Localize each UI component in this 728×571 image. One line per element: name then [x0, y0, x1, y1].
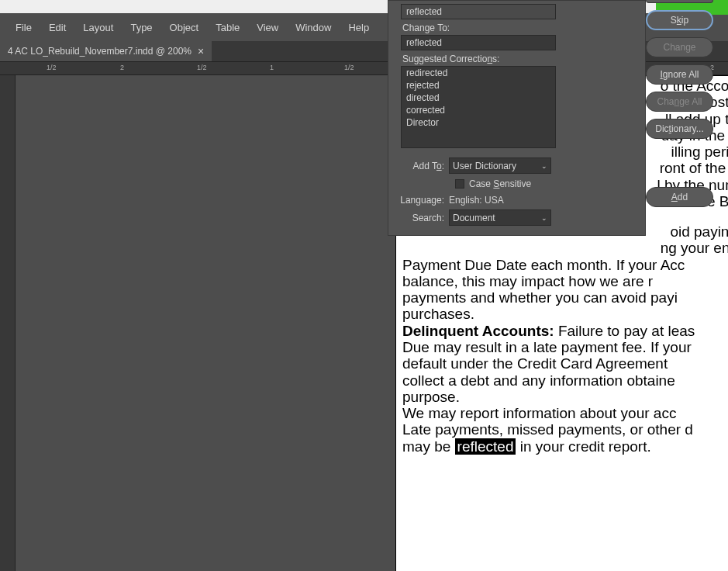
- search-select[interactable]: Document ⌄: [449, 209, 551, 226]
- page-text-line: may be reflected in your credit report.: [402, 438, 728, 455]
- delinquent-heading: Delinquent Accounts:: [402, 323, 554, 339]
- change-button: Change: [646, 37, 713, 57]
- suggestions-list[interactable]: redirected rejected directed corrected D…: [401, 66, 556, 148]
- chevron-down-icon: ⌄: [541, 214, 547, 222]
- suggested-corrections-label: Suggested Corrections:: [388, 50, 645, 66]
- page-text-line: purpose.: [402, 389, 728, 405]
- menu-table[interactable]: Table: [208, 17, 247, 38]
- ruler-tick: 1/2: [197, 64, 207, 71]
- page-text-line: ng your enti: [402, 240, 728, 256]
- case-sensitive-label: Case Sensitive: [469, 178, 531, 189]
- add-to-select[interactable]: User Dictionary ⌄: [449, 157, 551, 174]
- skip-button[interactable]: Skip: [646, 10, 713, 30]
- spellcheck-buttons: Skip Change Ignore All Change All Dictio…: [646, 0, 728, 207]
- ruler-tick: 1/2: [47, 64, 57, 71]
- not-in-dictionary-field: [401, 4, 556, 19]
- menu-view[interactable]: View: [249, 17, 286, 38]
- page-text-line: Late payments, missed payments, or other…: [402, 421, 728, 438]
- change-to-label: Change To:: [388, 19, 645, 35]
- add-button[interactable]: Add: [646, 187, 713, 207]
- change-to-input[interactable]: [401, 35, 556, 50]
- ruler-tick: 2: [120, 64, 124, 71]
- suggestion-item[interactable]: directed: [402, 92, 555, 104]
- page-text-line: Delinquent Accounts: Failure to pay at l…: [402, 323, 728, 339]
- suggestion-item[interactable]: corrected: [402, 104, 555, 116]
- menu-window[interactable]: Window: [288, 17, 339, 38]
- menu-help[interactable]: Help: [340, 17, 377, 38]
- page-text-line: collect a debt and any information obtai…: [402, 372, 728, 389]
- page-text-line: payments and whether you can avoid payi: [402, 289, 728, 306]
- document-tab[interactable]: 4 AC LO_Rebuild_November7.indd @ 200% ×: [0, 41, 212, 61]
- page-text-line: We may report information about your acc: [402, 405, 728, 421]
- page-text-line: default under the Credit Card Agreement: [402, 355, 728, 372]
- chevron-down-icon: ⌄: [541, 162, 547, 170]
- menu-layout[interactable]: Layout: [75, 17, 121, 38]
- vertical-ruler[interactable]: [0, 75, 16, 571]
- menu-file[interactable]: File: [8, 17, 40, 38]
- highlighted-word: reflected: [455, 438, 516, 455]
- ruler-tick: 1/2: [344, 64, 354, 71]
- menu-edit[interactable]: Edit: [41, 17, 74, 38]
- language-value: English: USA: [449, 195, 504, 206]
- suggestion-item[interactable]: rejected: [402, 79, 555, 92]
- suggestion-item[interactable]: Director: [402, 116, 555, 129]
- search-label: Search:: [388, 213, 449, 223]
- language-label: Language:: [388, 195, 449, 206]
- page-text-line: balance, this may impact how we are r: [402, 273, 728, 289]
- menu-type[interactable]: Type: [122, 17, 160, 38]
- document-tab-name: 4 AC LO_Rebuild_November7.indd @ 200%: [8, 46, 191, 57]
- page-text-line: purchases.: [402, 306, 728, 322]
- ignore-all-button[interactable]: Ignore All: [646, 64, 713, 85]
- case-sensitive-row[interactable]: Case Sensitive: [388, 175, 645, 192]
- dictionary-button[interactable]: Dictionary...: [646, 119, 713, 139]
- close-tab-icon[interactable]: ×: [198, 45, 204, 57]
- add-to-label: Add To:: [388, 161, 449, 171]
- spellcheck-panel: Change To: Suggested Corrections: redire…: [388, 0, 646, 236]
- page-text-line: Due may result in a late payment fee. If…: [402, 339, 728, 355]
- done-button-partial[interactable]: [646, 0, 713, 3]
- suggestion-item[interactable]: redirected: [402, 67, 555, 79]
- case-sensitive-checkbox[interactable]: [455, 179, 464, 189]
- ruler-tick: 1: [270, 64, 274, 71]
- change-all-button: Change All: [646, 92, 713, 112]
- menu-object[interactable]: Object: [162, 17, 207, 38]
- page-text-line: Payment Due Date each month. If your Acc: [402, 257, 728, 273]
